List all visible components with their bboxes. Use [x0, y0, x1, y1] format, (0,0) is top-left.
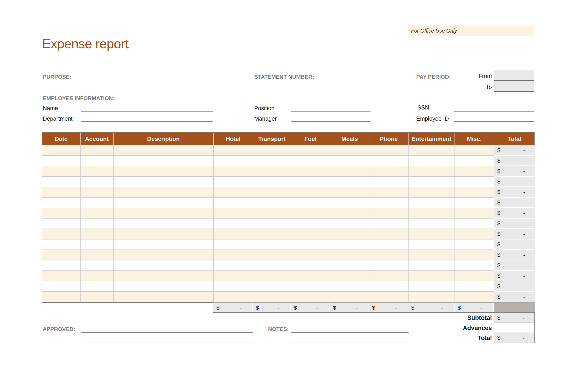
cell-phone[interactable]: [369, 281, 409, 292]
cell-account[interactable]: [81, 219, 113, 229]
cell-fuel[interactable]: [291, 229, 330, 239]
cell-entertainment[interactable]: [409, 197, 455, 208]
cell-transport[interactable]: [253, 239, 291, 250]
cell-misc[interactable]: [455, 271, 494, 281]
cell-entertainment[interactable]: [409, 260, 455, 271]
cell-fuel[interactable]: [291, 197, 330, 208]
cell-misc[interactable]: [455, 197, 494, 208]
cell-entertainment[interactable]: [409, 156, 455, 166]
cell-meals[interactable]: [330, 260, 369, 271]
cell-account[interactable]: [81, 156, 113, 166]
cell-description[interactable]: [113, 281, 214, 292]
cell-phone[interactable]: [369, 145, 409, 156]
cell-phone[interactable]: [369, 208, 409, 219]
cell-transport[interactable]: [253, 260, 291, 271]
cell-misc[interactable]: [455, 239, 494, 250]
cell-hotel[interactable]: [214, 208, 253, 219]
cell-account[interactable]: [81, 197, 113, 208]
cell-description[interactable]: [113, 260, 214, 271]
cell-entertainment[interactable]: [409, 239, 455, 250]
cell-description[interactable]: [113, 219, 214, 229]
cell-meals[interactable]: [330, 229, 369, 239]
cell-description[interactable]: [113, 292, 214, 302]
cell-hotel[interactable]: [214, 166, 253, 177]
manager-input-line[interactable]: [291, 121, 371, 122]
cell-phone[interactable]: [369, 197, 409, 208]
cell-date[interactable]: [42, 229, 81, 239]
cell-date[interactable]: [42, 197, 81, 208]
cell-hotel[interactable]: [214, 219, 253, 229]
cell-meals[interactable]: [330, 239, 369, 250]
approved-signature-line-2[interactable]: [81, 343, 253, 343]
cell-hotel[interactable]: [214, 197, 253, 208]
cell-entertainment[interactable]: [409, 219, 455, 229]
cell-transport[interactable]: [253, 187, 291, 197]
cell-hotel[interactable]: [214, 250, 253, 260]
purpose-input-line[interactable]: [81, 80, 213, 80]
cell-meals[interactable]: [330, 145, 369, 156]
cell-account[interactable]: [81, 292, 113, 302]
cell-meals[interactable]: [330, 208, 369, 219]
cell-misc[interactable]: [455, 166, 494, 177]
cell-date[interactable]: [42, 187, 81, 197]
cell-description[interactable]: [113, 250, 214, 260]
cell-fuel[interactable]: [291, 281, 330, 292]
cell-entertainment[interactable]: [409, 145, 455, 156]
cell-phone[interactable]: [369, 250, 409, 260]
cell-misc[interactable]: [455, 145, 494, 156]
cell-description[interactable]: [113, 229, 214, 239]
cell-misc[interactable]: [455, 260, 494, 271]
cell-transport[interactable]: [253, 281, 291, 292]
cell-account[interactable]: [81, 166, 113, 177]
cell-misc[interactable]: [455, 208, 494, 219]
cell-entertainment[interactable]: [409, 250, 455, 260]
cell-transport[interactable]: [253, 197, 291, 208]
cell-fuel[interactable]: [291, 260, 330, 271]
advances-input-cell[interactable]: [494, 322, 535, 333]
cell-entertainment[interactable]: [409, 271, 455, 281]
cell-misc[interactable]: [455, 292, 494, 302]
cell-fuel[interactable]: [291, 145, 330, 156]
cell-account[interactable]: [81, 145, 113, 156]
cell-hotel[interactable]: [214, 281, 253, 292]
cell-date[interactable]: [42, 292, 81, 302]
cell-date[interactable]: [42, 145, 81, 156]
cell-date[interactable]: [42, 260, 81, 271]
pay-period-from-input[interactable]: [494, 70, 534, 81]
cell-transport[interactable]: [253, 145, 291, 156]
cell-account[interactable]: [81, 187, 113, 197]
cell-account[interactable]: [81, 229, 113, 239]
cell-date[interactable]: [42, 239, 81, 250]
cell-description[interactable]: [113, 166, 214, 177]
employee-id-input-line[interactable]: [454, 121, 534, 122]
cell-date[interactable]: [42, 271, 81, 281]
cell-meals[interactable]: [330, 219, 369, 229]
cell-misc[interactable]: [455, 281, 494, 292]
cell-fuel[interactable]: [291, 208, 330, 219]
cell-description[interactable]: [113, 187, 214, 197]
cell-account[interactable]: [81, 250, 113, 260]
cell-description[interactable]: [113, 177, 214, 187]
cell-description[interactable]: [113, 145, 214, 156]
cell-entertainment[interactable]: [409, 208, 455, 219]
cell-transport[interactable]: [253, 229, 291, 239]
cell-transport[interactable]: [253, 292, 291, 302]
cell-entertainment[interactable]: [409, 281, 455, 292]
cell-fuel[interactable]: [291, 292, 330, 302]
pay-period-to-input[interactable]: [494, 81, 534, 92]
cell-description[interactable]: [113, 208, 214, 219]
cell-meals[interactable]: [330, 177, 369, 187]
cell-entertainment[interactable]: [409, 229, 455, 239]
cell-fuel[interactable]: [291, 219, 330, 229]
cell-hotel[interactable]: [214, 156, 253, 166]
cell-date[interactable]: [42, 177, 81, 187]
cell-account[interactable]: [81, 177, 113, 187]
cell-description[interactable]: [113, 156, 214, 166]
cell-hotel[interactable]: [214, 239, 253, 250]
cell-fuel[interactable]: [291, 166, 330, 177]
cell-date[interactable]: [42, 208, 81, 219]
cell-fuel[interactable]: [291, 250, 330, 260]
cell-date[interactable]: [42, 250, 81, 260]
cell-meals[interactable]: [330, 187, 369, 197]
cell-date[interactable]: [42, 219, 81, 229]
